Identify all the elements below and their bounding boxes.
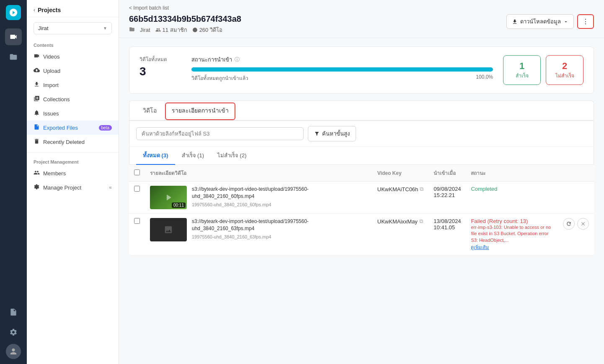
back-to-projects[interactable]: ‹ [34,7,35,13]
video-key-cell: UKwKMAiTC06h ⧉ [377,186,424,192]
progress-bar-fill [191,67,493,72]
video-detail-text: s3://byteark-dev-import-video-test/uploa… [192,186,367,208]
filter-row: ค้นหาขั้นสูง [129,121,594,147]
stats-center: สถานะการนำเข้า ⓘ วิดีโอทั้งหมดถูกนำเข้าแ… [191,55,493,82]
fail-count: 2 [555,61,575,72]
nav-tools-icon[interactable] [5,324,22,341]
sidebar-item-members[interactable]: Members [27,166,119,180]
close-button[interactable] [577,218,589,230]
more-options-icon: ⋮ [582,18,589,25]
members-icon [34,169,40,177]
col-video-detail: รายละเอียดวิดีโอ [145,165,372,182]
advanced-search-button[interactable]: ค้นหาขั้นสูง [308,126,356,141]
members-meta: 11 สมาชิก [155,26,187,34]
sidebar-projects-title: Projects [38,7,61,13]
sidebar-item-import[interactable]: Import [27,78,119,92]
success-label: สำเร็จ [512,72,532,79]
progress-text: วิดีโอทั้งหมดถูกนำเข้าแล้ว [191,74,248,82]
content-area: วิดีโอทั้งหมด 3 สถานะการนำเข้า ⓘ วิดีโอท… [119,38,604,364]
error-link[interactable]: ดูเพิ่มเติม [471,245,489,250]
nav-folder-icon[interactable] [5,49,22,65]
members-count: 11 สมาชิก [163,26,187,34]
nav-video-icon[interactable] [5,28,22,45]
sidebar-upload-label: Upload [43,68,60,74]
copy-icon-2[interactable]: ⧉ [419,218,423,225]
sidebar-item-issues[interactable]: Issues [27,106,119,120]
filename-2: 19975560-uhd_3840_2160_63fps.mp4 [192,234,367,240]
sidebar-item-videos[interactable]: Videos [27,49,119,64]
workspace-chevron: ▼ [103,26,107,31]
col-actions [558,165,594,182]
sidebar-item-exported-files[interactable]: Exported Files beta [27,120,119,135]
main-tabs: วิดีโอ รายละเอียดการนำเข้า [129,101,594,121]
info-icon: ⓘ [235,56,240,63]
s3-path: s3://byteark-dev-import-video-test/uploa… [192,186,309,199]
page-header: 66b5d13334b9b5b674f343a8 Jirat 11 สมาชิก… [129,14,594,34]
sub-tab-all[interactable]: ทั้งหมด (3) [136,147,175,165]
import-status-label: สถานะการนำเข้า ⓘ [191,55,493,64]
sub-tabs: ทั้งหมด (3) สำเร็จ (1) ไม่สำเร็จ (2) [129,147,594,165]
total-value: 3 [139,65,181,78]
sidebar-header: ‹ Projects [27,0,119,17]
project-mgmt-label: Project Management [27,156,119,166]
sidebar-item-collections[interactable]: Collections [27,92,119,106]
sidebar-recently-deleted-label: Recently Deleted [43,139,85,145]
videos-count: 260 วิดีโอ [199,26,222,34]
nav-document-icon[interactable] [5,304,22,320]
page-title-block: 66b5d13334b9b5b674f343a8 Jirat 11 สมาชิก… [129,14,241,34]
main-tabs-container: วิดีโอ รายละเอียดการนำเข้า ค้นหาขั้นสูง … [129,100,594,165]
retry-button[interactable] [563,218,575,230]
sidebar-item-upload[interactable]: Upload [27,64,119,78]
more-options-button[interactable]: ⋮ [577,14,594,29]
app-logo [6,5,21,20]
download-btn-label: ดาวน์โหลดข้อมูล [520,17,561,26]
import-icon [34,81,40,89]
collapse-btn[interactable]: « [109,185,112,190]
tab-video[interactable]: วิดีโอ [136,101,163,121]
issues-icon [34,110,40,117]
folder-icon [129,26,135,33]
sidebar-exported-label: Exported Files [43,125,78,131]
sub-tab-fail[interactable]: ไม่สำเร็จ (2) [211,147,253,165]
user-avatar[interactable] [6,344,21,359]
workspace-section: Jirat ▼ [27,17,119,39]
sub-tab-success[interactable]: สำเร็จ (1) [175,147,211,165]
sidebar-manage-project-label: Manage Project [43,185,81,191]
success-stat: 1 สำเร็จ [503,55,541,85]
sidebar-item-manage-project[interactable]: Manage Project « [27,180,119,195]
videos-icon [34,53,40,60]
col-import-date: นำเข้าเมื่อ [428,165,466,182]
table-row: 00:11 s3://byteark-dev-import-video-test… [129,182,594,214]
status-completed: Completed [471,186,497,192]
fail-stat: 2 ไม่สำเร็จ [546,55,583,85]
video-thumbnail: 00:11 [150,186,187,209]
icon-bar [0,0,27,364]
import-date-2: 13/08/2024 10:41.05 [428,214,466,256]
tab-import-detail[interactable]: รายละเอียดการนำเข้า [165,103,235,120]
col-status: สถานะ [466,165,558,182]
table-row: s3://byteark-dev-import-video-test/uploa… [129,214,594,256]
video-detail-cell: 00:11 s3://byteark-dev-import-video-test… [150,186,367,209]
copy-icon[interactable]: ⧉ [420,186,423,192]
import-date: 09/08/2024 15:22.21 [428,182,466,214]
collections-icon [34,95,40,103]
workspace-name: Jirat [38,25,49,31]
row2-checkbox[interactable] [134,218,140,224]
success-count: 1 [512,61,532,72]
progress-desc: วิดีโอทั้งหมดถูกนำเข้าแล้ว 100.0% [191,74,493,82]
row1-checkbox[interactable] [134,186,140,192]
exported-files-icon [34,124,40,131]
s3-path-2: s3://byteark-dev-import-video-test/uploa… [192,218,309,231]
progress-bar [191,67,493,72]
sidebar-collections-label: Collections [43,96,70,103]
breadcrumb[interactable]: < Import batch list [129,5,594,11]
filename: 19975560-uhd_3840_2160_60fps.mp4 [192,202,367,208]
download-data-button[interactable]: ดาวน์โหลดข้อมูล [506,14,574,29]
upload-icon [34,67,40,74]
workspace-selector[interactable]: Jirat ▼ [34,22,112,34]
search-input[interactable] [136,127,304,140]
sidebar-item-recently-deleted[interactable]: Recently Deleted [27,135,119,149]
select-all-checkbox[interactable] [134,169,140,175]
action-buttons [563,218,589,230]
sidebar: ‹ Projects Jirat ▼ Contents Videos Uploa… [27,0,119,364]
